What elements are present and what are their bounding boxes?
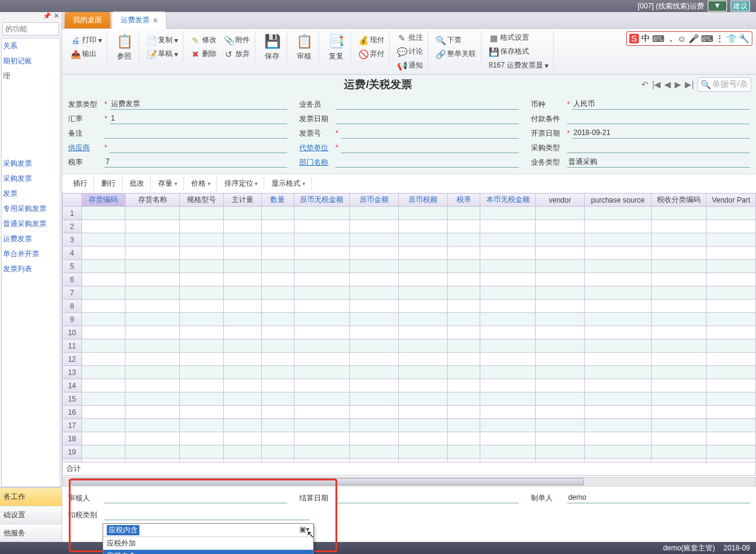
- grid-cell[interactable]: [535, 233, 584, 247]
- grid-cell[interactable]: [448, 445, 480, 459]
- grid-cell[interactable]: [480, 326, 536, 339]
- sidebar-item[interactable]: 发票列表: [2, 262, 60, 277]
- grid-cell[interactable]: [448, 220, 480, 233]
- grid-cell[interactable]: [535, 273, 584, 286]
- grid-cell[interactable]: [261, 339, 294, 353]
- field-value-purchase_type[interactable]: [567, 143, 750, 153]
- template-button[interactable]: 8167 运费发票显▾: [486, 59, 551, 72]
- column-header[interactable]: 存货名称: [125, 194, 179, 207]
- row-number[interactable]: 17: [63, 419, 82, 432]
- grid-cell[interactable]: [294, 353, 350, 366]
- grid-cell[interactable]: [349, 445, 398, 459]
- grid-cell[interactable]: [480, 286, 536, 300]
- column-header[interactable]: 原币税额: [398, 194, 447, 207]
- grid-cell[interactable]: [223, 339, 261, 353]
- grid-cell[interactable]: [707, 459, 756, 462]
- grid-cell[interactable]: [398, 220, 447, 233]
- grid-cell[interactable]: [585, 260, 651, 273]
- grid-cell[interactable]: [349, 260, 398, 273]
- grid-cell[interactable]: [585, 247, 651, 260]
- grid-cell[interactable]: [294, 326, 350, 339]
- abandon-button[interactable]: 🚫弃付: [356, 48, 387, 60]
- grid-cell[interactable]: [448, 207, 480, 220]
- grid-cell[interactable]: [448, 459, 480, 462]
- grid-cell[interactable]: [81, 406, 125, 419]
- grid-cell[interactable]: [180, 379, 223, 392]
- column-header[interactable]: 主计量: [223, 194, 261, 207]
- grid-cell[interactable]: [707, 419, 756, 432]
- grid-cell[interactable]: [261, 313, 294, 326]
- grid-cell[interactable]: [180, 220, 223, 233]
- grid-cell[interactable]: [180, 260, 223, 273]
- grid-cell[interactable]: [81, 273, 125, 286]
- grid-cell[interactable]: [81, 286, 125, 300]
- grid-cell[interactable]: [81, 207, 125, 220]
- row-number[interactable]: 6: [63, 273, 82, 286]
- grid-cell[interactable]: [180, 273, 223, 286]
- grid-cell[interactable]: [294, 313, 350, 326]
- field-value-invoice_date[interactable]: [335, 114, 518, 124]
- grid-cell[interactable]: [294, 286, 350, 300]
- grid-cell[interactable]: [480, 445, 536, 459]
- dropdown-option[interactable]: 应税外加: [103, 537, 313, 550]
- row-number[interactable]: 3: [63, 233, 82, 247]
- grid-cell[interactable]: [398, 300, 447, 313]
- sidebar-item[interactable]: 期初记账: [2, 54, 60, 69]
- last-icon[interactable]: ▶|: [685, 80, 694, 89]
- grid-cell[interactable]: [398, 353, 447, 366]
- field-value-supplier[interactable]: [110, 143, 288, 153]
- grid-cell[interactable]: [223, 300, 261, 313]
- quick-search-input[interactable]: 🔍单据号/条: [697, 77, 751, 92]
- grid-cell[interactable]: [125, 406, 179, 419]
- discuss-button[interactable]: 💬讨论: [395, 45, 425, 58]
- grid-cell[interactable]: [707, 366, 756, 379]
- horizontal-scrollbar[interactable]: [62, 477, 756, 486]
- grid-cell[interactable]: [349, 326, 398, 339]
- field-value-salesman[interactable]: [335, 99, 518, 110]
- grid-cell[interactable]: [707, 326, 756, 339]
- ime-widget[interactable]: S 中 ⌨，☺🎤⌨⋮👕🔧: [626, 31, 752, 46]
- grid-cell[interactable]: [448, 286, 480, 300]
- grid-cell[interactable]: [294, 339, 350, 353]
- grid-cell[interactable]: [294, 233, 350, 247]
- grid-cell[interactable]: [448, 353, 480, 366]
- grid-cell[interactable]: [480, 233, 536, 247]
- grid-cell[interactable]: [180, 419, 223, 432]
- grid-cell[interactable]: [448, 339, 480, 353]
- print-button[interactable]: 🖨打印 ▾: [68, 34, 104, 46]
- ime-lang[interactable]: 中: [641, 33, 650, 44]
- sidebar-search-input[interactable]: [2, 22, 59, 36]
- grid-cell[interactable]: [125, 286, 179, 300]
- grid-cell[interactable]: [261, 406, 294, 419]
- grid-cell[interactable]: [707, 260, 756, 273]
- grid-cell[interactable]: [180, 286, 223, 300]
- grid-cell[interactable]: [223, 247, 261, 260]
- grid-cell[interactable]: [261, 445, 294, 459]
- grid-cell[interactable]: [125, 260, 179, 273]
- cash-button[interactable]: 💰现付: [356, 34, 387, 46]
- grid-cell[interactable]: [707, 339, 756, 353]
- grid-cell[interactable]: [651, 247, 707, 260]
- grid-cell[interactable]: [651, 260, 707, 273]
- copy2-button[interactable]: 📑复复: [324, 32, 348, 63]
- grid-cell[interactable]: [125, 233, 179, 247]
- grid-cell[interactable]: [398, 247, 447, 260]
- sidebar-item[interactable]: 发票: [2, 186, 60, 201]
- row-number[interactable]: 8: [63, 300, 82, 313]
- batch-note-button[interactable]: ✎批注: [395, 31, 425, 44]
- grid-cell[interactable]: [480, 247, 536, 260]
- tax-type-dropdown[interactable]: 应税内含▣▾ 应税外加应税内含: [103, 523, 314, 554]
- grid-cell[interactable]: [349, 419, 398, 432]
- grid-cell[interactable]: [398, 326, 447, 339]
- grid-cell[interactable]: [81, 379, 125, 392]
- grid-cell[interactable]: [223, 353, 261, 366]
- grid-cell[interactable]: [398, 459, 447, 462]
- row-number[interactable]: 7: [63, 286, 82, 300]
- field-value-taxrate[interactable]: 7: [104, 157, 287, 168]
- sidebar-item[interactable]: 理: [2, 69, 60, 84]
- grid-cell[interactable]: [398, 432, 447, 445]
- grid-cell[interactable]: [651, 326, 707, 339]
- field-value-currency[interactable]: 人民币: [572, 99, 750, 110]
- grid-cell[interactable]: [125, 339, 179, 353]
- grid-cell[interactable]: [223, 419, 261, 432]
